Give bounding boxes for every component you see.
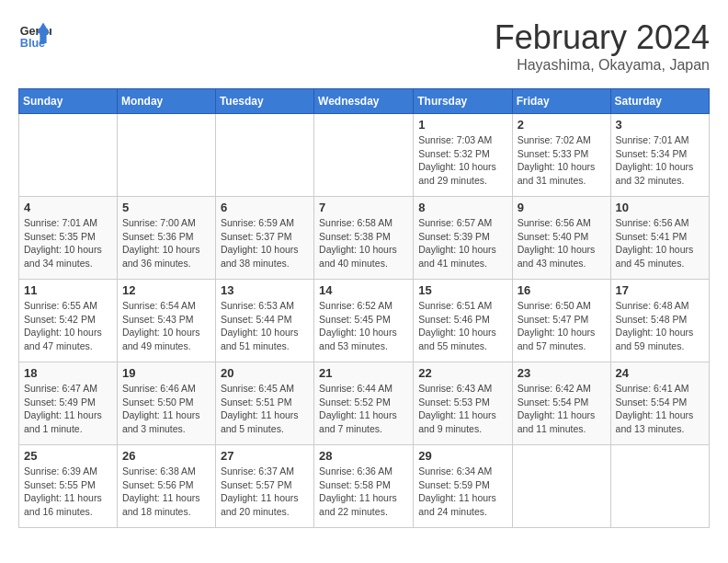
day-number: 28 (319, 449, 408, 463)
calendar-table: SundayMondayTuesdayWednesdayThursdayFrid… (18, 88, 710, 528)
day-info: Sunrise: 7:01 AM Sunset: 5:35 PM Dayligh… (24, 216, 112, 270)
calendar-cell: 19Sunrise: 6:46 AM Sunset: 5:50 PM Dayli… (117, 362, 215, 445)
calendar-cell: 21Sunrise: 6:44 AM Sunset: 5:52 PM Dayli… (314, 362, 414, 445)
day-number: 22 (418, 366, 506, 380)
calendar-cell: 5Sunrise: 7:00 AM Sunset: 5:36 PM Daylig… (117, 197, 215, 280)
calendar-cell: 7Sunrise: 6:58 AM Sunset: 5:38 PM Daylig… (314, 197, 414, 280)
day-info: Sunrise: 6:36 AM Sunset: 5:58 PM Dayligh… (319, 465, 408, 519)
day-number: 21 (319, 366, 408, 380)
day-number: 8 (418, 201, 506, 214)
day-info: Sunrise: 7:03 AM Sunset: 5:32 PM Dayligh… (418, 133, 506, 188)
calendar-cell (19, 114, 118, 197)
week-row-4: 18Sunrise: 6:47 AM Sunset: 5:49 PM Dayli… (19, 362, 710, 445)
calendar-cell: 15Sunrise: 6:51 AM Sunset: 5:46 PM Dayli… (414, 280, 512, 362)
day-info: Sunrise: 6:44 AM Sunset: 5:52 PM Dayligh… (319, 382, 408, 436)
week-row-2: 4Sunrise: 7:01 AM Sunset: 5:35 PM Daylig… (19, 197, 710, 280)
day-info: Sunrise: 6:48 AM Sunset: 5:48 PM Dayligh… (616, 299, 704, 353)
day-info: Sunrise: 7:00 AM Sunset: 5:36 PM Dayligh… (122, 216, 210, 270)
day-number: 11 (24, 283, 112, 297)
calendar-cell: 2Sunrise: 7:02 AM Sunset: 5:33 PM Daylig… (512, 114, 610, 197)
calendar-cell (512, 445, 610, 528)
day-number: 27 (221, 449, 309, 463)
day-info: Sunrise: 7:01 AM Sunset: 5:34 PM Dayligh… (616, 133, 704, 188)
calendar-cell (610, 445, 709, 528)
calendar-cell (215, 114, 313, 197)
weekday-header-monday: Monday (117, 89, 215, 114)
day-info: Sunrise: 6:51 AM Sunset: 5:46 PM Dayligh… (418, 299, 506, 353)
day-info: Sunrise: 6:53 AM Sunset: 5:44 PM Dayligh… (221, 299, 309, 353)
weekday-header-friday: Friday (512, 89, 610, 114)
day-number: 5 (122, 201, 210, 214)
month-title: February 2024 (495, 18, 710, 57)
calendar-cell: 27Sunrise: 6:37 AM Sunset: 5:57 PM Dayli… (215, 445, 313, 528)
weekday-header-sunday: Sunday (19, 89, 118, 114)
day-number: 20 (221, 366, 309, 380)
calendar-cell: 16Sunrise: 6:50 AM Sunset: 5:47 PM Dayli… (512, 280, 610, 362)
day-number: 12 (122, 283, 210, 297)
day-info: Sunrise: 6:43 AM Sunset: 5:53 PM Dayligh… (418, 382, 506, 436)
weekday-header-wednesday: Wednesday (314, 89, 414, 114)
day-info: Sunrise: 6:52 AM Sunset: 5:45 PM Dayligh… (319, 299, 408, 353)
calendar-cell: 8Sunrise: 6:57 AM Sunset: 5:39 PM Daylig… (414, 197, 512, 280)
day-info: Sunrise: 6:55 AM Sunset: 5:42 PM Dayligh… (24, 299, 112, 353)
logo: General Blue (18, 18, 51, 52)
calendar-cell: 25Sunrise: 6:39 AM Sunset: 5:55 PM Dayli… (19, 445, 118, 528)
calendar-cell: 22Sunrise: 6:43 AM Sunset: 5:53 PM Dayli… (414, 362, 512, 445)
page-header: General Blue February 2024 Hayashima, Ok… (18, 18, 710, 74)
day-number: 15 (418, 283, 506, 297)
calendar-cell: 24Sunrise: 6:41 AM Sunset: 5:54 PM Dayli… (610, 362, 709, 445)
calendar-cell: 9Sunrise: 6:56 AM Sunset: 5:40 PM Daylig… (512, 197, 610, 280)
calendar-cell: 3Sunrise: 7:01 AM Sunset: 5:34 PM Daylig… (610, 114, 709, 197)
calendar-cell (314, 114, 414, 197)
day-number: 6 (221, 201, 309, 214)
day-number: 14 (319, 283, 408, 297)
day-number: 10 (616, 201, 704, 214)
day-number: 29 (418, 449, 506, 463)
weekday-header-thursday: Thursday (414, 89, 512, 114)
day-number: 9 (518, 201, 606, 214)
day-number: 24 (616, 366, 704, 380)
day-number: 13 (221, 283, 309, 297)
day-info: Sunrise: 6:34 AM Sunset: 5:59 PM Dayligh… (418, 465, 506, 519)
day-number: 23 (518, 366, 606, 380)
day-number: 16 (518, 283, 606, 297)
day-info: Sunrise: 6:39 AM Sunset: 5:55 PM Dayligh… (24, 465, 112, 519)
week-row-1: 1Sunrise: 7:03 AM Sunset: 5:32 PM Daylig… (19, 114, 710, 197)
day-number: 4 (24, 201, 112, 214)
calendar-cell: 26Sunrise: 6:38 AM Sunset: 5:56 PM Dayli… (117, 445, 215, 528)
calendar-cell: 17Sunrise: 6:48 AM Sunset: 5:48 PM Dayli… (610, 280, 709, 362)
day-info: Sunrise: 6:42 AM Sunset: 5:54 PM Dayligh… (518, 382, 606, 436)
calendar-cell: 18Sunrise: 6:47 AM Sunset: 5:49 PM Dayli… (19, 362, 118, 445)
day-number: 1 (418, 118, 506, 132)
weekday-header-tuesday: Tuesday (215, 89, 313, 114)
day-info: Sunrise: 6:54 AM Sunset: 5:43 PM Dayligh… (122, 299, 210, 353)
weekday-header-row: SundayMondayTuesdayWednesdayThursdayFrid… (19, 89, 710, 114)
day-number: 17 (616, 283, 704, 297)
day-info: Sunrise: 6:41 AM Sunset: 5:54 PM Dayligh… (616, 382, 704, 436)
calendar-cell: 4Sunrise: 7:01 AM Sunset: 5:35 PM Daylig… (19, 197, 118, 280)
day-number: 7 (319, 201, 408, 214)
calendar-cell: 20Sunrise: 6:45 AM Sunset: 5:51 PM Dayli… (215, 362, 313, 445)
calendar-cell: 6Sunrise: 6:59 AM Sunset: 5:37 PM Daylig… (215, 197, 313, 280)
calendar-cell: 23Sunrise: 6:42 AM Sunset: 5:54 PM Dayli… (512, 362, 610, 445)
day-info: Sunrise: 6:45 AM Sunset: 5:51 PM Dayligh… (221, 382, 309, 436)
calendar-cell: 14Sunrise: 6:52 AM Sunset: 5:45 PM Dayli… (314, 280, 414, 362)
location-title: Hayashima, Okayama, Japan (495, 57, 710, 74)
calendar-cell: 29Sunrise: 6:34 AM Sunset: 5:59 PM Dayli… (414, 445, 512, 528)
day-info: Sunrise: 6:47 AM Sunset: 5:49 PM Dayligh… (24, 382, 112, 436)
calendar-cell: 11Sunrise: 6:55 AM Sunset: 5:42 PM Dayli… (19, 280, 118, 362)
day-number: 26 (122, 449, 210, 463)
day-info: Sunrise: 6:37 AM Sunset: 5:57 PM Dayligh… (221, 465, 309, 519)
week-row-3: 11Sunrise: 6:55 AM Sunset: 5:42 PM Dayli… (19, 280, 710, 362)
day-info: Sunrise: 6:59 AM Sunset: 5:37 PM Dayligh… (221, 216, 309, 270)
day-number: 18 (24, 366, 112, 380)
day-info: Sunrise: 6:58 AM Sunset: 5:38 PM Dayligh… (319, 216, 408, 270)
weekday-header-saturday: Saturday (610, 89, 709, 114)
day-info: Sunrise: 6:56 AM Sunset: 5:40 PM Dayligh… (518, 216, 606, 270)
calendar-cell: 1Sunrise: 7:03 AM Sunset: 5:32 PM Daylig… (414, 114, 512, 197)
calendar-cell: 12Sunrise: 6:54 AM Sunset: 5:43 PM Dayli… (117, 280, 215, 362)
day-info: Sunrise: 7:02 AM Sunset: 5:33 PM Dayligh… (518, 133, 606, 188)
day-number: 19 (122, 366, 210, 380)
day-info: Sunrise: 6:57 AM Sunset: 5:39 PM Dayligh… (418, 216, 506, 270)
day-info: Sunrise: 6:56 AM Sunset: 5:41 PM Dayligh… (616, 216, 704, 270)
